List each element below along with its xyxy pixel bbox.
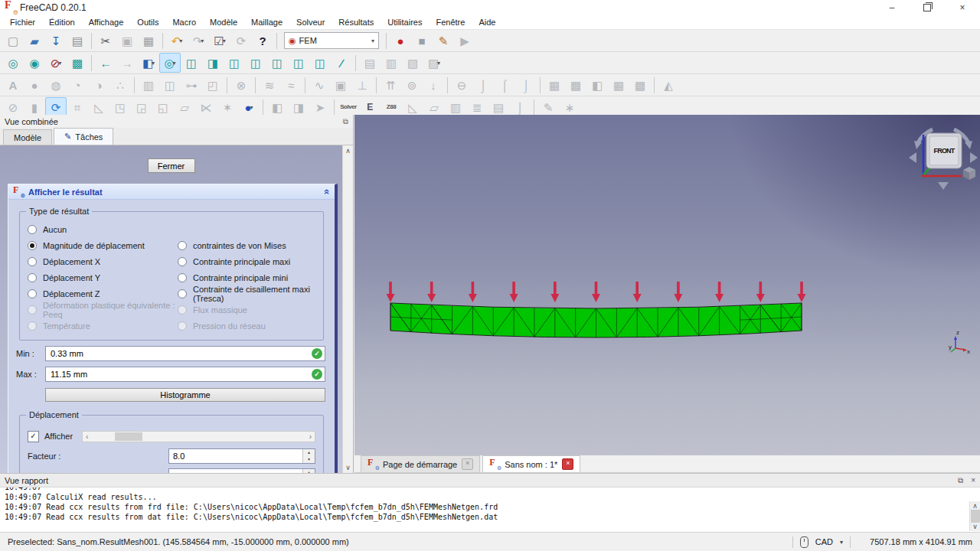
close-panel-icon[interactable]: × xyxy=(971,476,975,485)
document-tab-sans-nom-1[interactable]: F⚙Sans nom : 1*× xyxy=(482,455,580,472)
dropdown-arrow-icon[interactable]: ▾ xyxy=(840,539,843,546)
slider-thumb[interactable] xyxy=(115,432,142,441)
slider-right-icon[interactable]: › xyxy=(309,432,312,441)
radio-icon[interactable] xyxy=(178,257,187,266)
dropdown-arrow-icon[interactable]: ▾ xyxy=(437,60,440,67)
factor-spinbox[interactable]: ▲▼ xyxy=(168,448,315,464)
menu-r-sultats[interactable]: Résultats xyxy=(332,16,381,28)
fit-all-button[interactable]: ◎ xyxy=(2,53,24,73)
3d-viewport[interactable]: FRONT z y x xyxy=(354,115,980,455)
result-type-contrainte-principale-mini[interactable]: Contrainte principale mini xyxy=(178,269,315,285)
menu-outils[interactable]: Outils xyxy=(130,16,165,28)
edit-mode-button[interactable]: ☑▾ xyxy=(209,31,230,51)
result-type-magnitude-de-d-placement[interactable]: Magnitude de déplacement xyxy=(28,237,178,253)
menu-macro[interactable]: Macro xyxy=(165,16,203,28)
menu-aide[interactable]: Aide xyxy=(472,16,502,28)
scroll-up-icon[interactable]: ∧ xyxy=(972,502,978,510)
radio-icon[interactable] xyxy=(28,257,37,266)
print-button[interactable]: ▤ xyxy=(67,31,88,51)
navigation-cube[interactable]: FRONT xyxy=(908,122,978,193)
open-file-button[interactable]: ▰ xyxy=(24,31,45,51)
tab-mod-le[interactable]: Modèle xyxy=(3,129,52,145)
scroll-up-icon[interactable]: ∧ xyxy=(345,147,351,155)
view-top-button[interactable]: ◫ xyxy=(224,53,245,73)
view-bottom-button[interactable]: ◫ xyxy=(288,53,309,73)
menu-maillage[interactable]: Maillage xyxy=(244,16,289,28)
menu-mod-le[interactable]: Modèle xyxy=(203,16,244,28)
displacement-slider[interactable]: ‹ › xyxy=(82,431,315,442)
histogram-button[interactable]: Histogramme xyxy=(45,388,325,402)
dropdown-arrow-icon[interactable]: ▾ xyxy=(152,60,155,67)
cut-button[interactable]: ✂ xyxy=(95,31,116,51)
view-rear-button[interactable]: ◫ xyxy=(266,53,288,73)
result-type-contraintes-de-von-mises[interactable]: contraintes de von Mises xyxy=(178,237,315,253)
radio-icon[interactable] xyxy=(28,225,37,234)
result-type-d-placement-z[interactable]: Déplacement Z xyxy=(28,285,178,302)
radio-icon[interactable] xyxy=(178,289,187,298)
restore-button[interactable] xyxy=(910,0,945,15)
menu-solveur[interactable]: Solveur xyxy=(289,16,332,28)
view-right-button[interactable]: ◫ xyxy=(245,53,266,73)
menu-dition[interactable]: Édition xyxy=(42,16,82,28)
factor-input[interactable] xyxy=(169,449,302,463)
taskbox-header[interactable]: F⚙ Afficher le résultat « xyxy=(8,184,335,200)
view-front-button[interactable]: ◨ xyxy=(202,53,224,73)
result-type-aucun[interactable]: Aucun xyxy=(28,221,178,237)
nav-back-button[interactable]: ← xyxy=(95,53,116,73)
radio-icon[interactable] xyxy=(178,273,187,282)
dropdown-arrow-icon[interactable]: ▾ xyxy=(201,37,204,44)
collapse-icon[interactable]: « xyxy=(322,189,333,194)
show-checkbox[interactable]: ✓ xyxy=(28,431,39,442)
spin-up-icon[interactable]: ▲ xyxy=(303,449,315,456)
dropdown-arrow-icon[interactable]: ▾ xyxy=(179,37,182,44)
result-type-contrainte-principale-maxi[interactable]: Contrainte principale maxi xyxy=(178,253,315,269)
close-button[interactable]: × xyxy=(945,0,980,15)
radio-icon[interactable] xyxy=(178,241,187,250)
home-view-button[interactable]: ◧▾ xyxy=(138,53,159,73)
scroll-down-icon[interactable]: ∨ xyxy=(972,523,978,530)
tasks-scrollbar[interactable]: ∧ ∨ xyxy=(342,145,353,473)
dropdown-arrow-icon[interactable]: ▾ xyxy=(371,37,374,44)
macro-edit-button[interactable]: ✎ xyxy=(433,31,454,51)
workbench-selector[interactable]: ◉FEM▾ xyxy=(284,32,379,49)
macro-stop-button[interactable]: ■ xyxy=(411,31,433,51)
result-type-contrainte-de-cisaillement-maxi-tresca[interactable]: Contrainte de cisaillement maxi (Tresca) xyxy=(178,285,315,302)
scroll-down-icon[interactable]: ∨ xyxy=(345,464,351,471)
dropdown-arrow-icon[interactable]: ▾ xyxy=(173,60,176,67)
max-input[interactable] xyxy=(45,367,325,382)
float-panel-icon[interactable]: ⧉ xyxy=(343,117,348,126)
view-axonometric-button[interactable]: ◫ xyxy=(181,53,202,73)
report-log[interactable]: 10:49:0710:49:07 CalculiX read results..… xyxy=(0,487,980,532)
whats-this-button[interactable]: ? xyxy=(252,31,273,51)
menu-utilitaires[interactable]: Utilitaires xyxy=(381,16,429,28)
zoom-button[interactable]: ◎▾ xyxy=(159,53,181,73)
menu-affichage[interactable]: Affichage xyxy=(82,16,131,28)
new-file-button[interactable]: ▢ xyxy=(2,31,24,51)
dropdown-arrow-icon[interactable]: ▾ xyxy=(250,104,253,111)
radio-icon[interactable] xyxy=(28,289,37,298)
fem-result-mesh[interactable] xyxy=(379,280,812,350)
tab-close-icon[interactable]: × xyxy=(562,458,573,470)
save-button[interactable]: ↧ xyxy=(45,31,67,51)
undo-button[interactable]: ↶▾ xyxy=(166,31,188,51)
dropdown-arrow-icon[interactable]: ▾ xyxy=(223,37,226,44)
menu-fen-tre[interactable]: Fenêtre xyxy=(429,16,472,28)
result-type-d-placement-y[interactable]: Déplacement Y xyxy=(28,269,178,285)
spin-down-icon[interactable]: ▼ xyxy=(303,456,315,463)
tab-close-icon[interactable]: × xyxy=(462,458,473,470)
view-left-button[interactable]: ◫ xyxy=(309,53,331,73)
radio-icon[interactable] xyxy=(28,241,37,250)
bounding-box-button[interactable]: ▩ xyxy=(67,53,88,73)
radio-icon[interactable] xyxy=(28,273,37,282)
float-panel-icon[interactable]: ⧉ xyxy=(958,476,963,485)
fit-selection-button[interactable]: ◉ xyxy=(24,53,45,73)
paste-button[interactable]: ▦ xyxy=(138,31,159,51)
macro-record-button[interactable]: ● xyxy=(390,31,411,51)
report-scrollbar[interactable]: ∧ ∨ xyxy=(969,501,980,531)
minimize-button[interactable]: – xyxy=(874,0,910,15)
dropdown-arrow-icon[interactable]: ▾ xyxy=(58,60,61,67)
min-input[interactable] xyxy=(45,346,325,361)
menu-fichier[interactable]: Fichier xyxy=(3,16,42,28)
measure-button[interactable]: ∕ xyxy=(331,53,352,73)
scrollbar-thumb[interactable] xyxy=(971,510,980,523)
